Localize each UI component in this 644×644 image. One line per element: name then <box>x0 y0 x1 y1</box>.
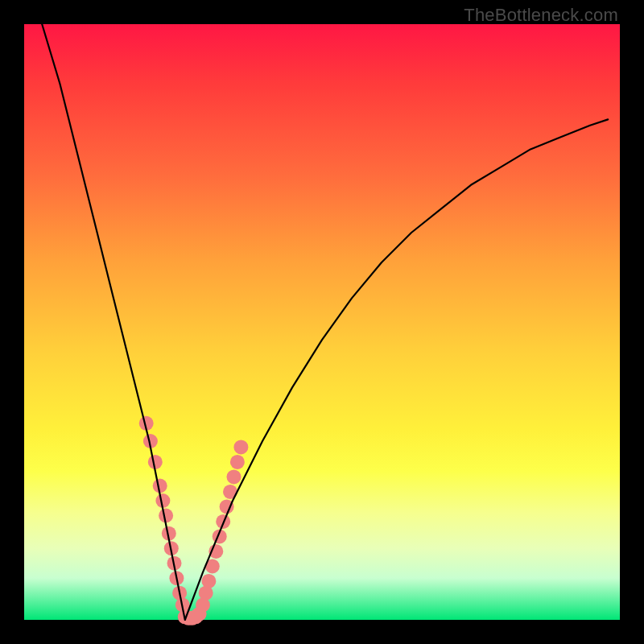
bottleneck-curve <box>42 24 608 620</box>
chart-frame: TheBottleneck.com <box>0 0 644 644</box>
highlight-marker <box>233 440 248 454</box>
curve-layer <box>0 0 644 644</box>
highlight-marker <box>227 469 242 484</box>
highlight-marker <box>230 455 245 469</box>
highlight-marker <box>201 574 216 588</box>
line-layer <box>42 24 608 620</box>
marker-layer <box>139 416 249 625</box>
